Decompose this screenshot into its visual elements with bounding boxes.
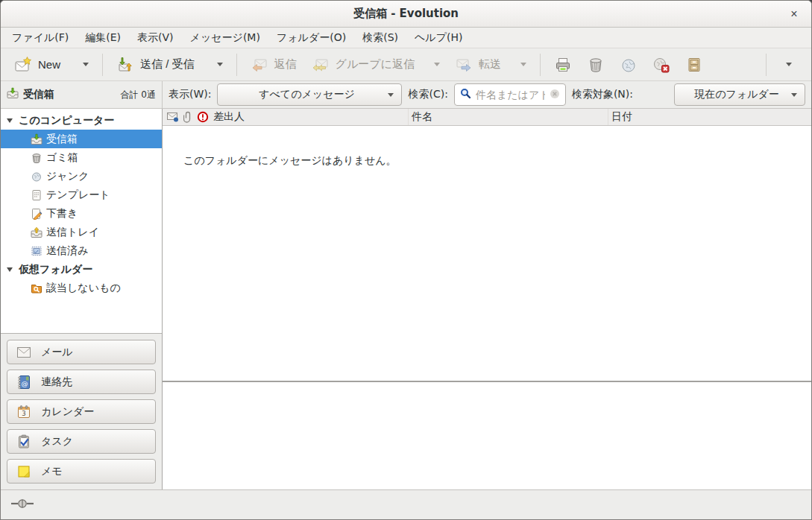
column-header-subject[interactable]: 件名 — [409, 109, 608, 125]
reply-button[interactable]: 返信 — [243, 52, 304, 77]
column-header-date[interactable]: 日付 — [608, 109, 811, 125]
folder-item-label: 送信トレイ — [46, 226, 99, 239]
folder-item-unmatched[interactable]: 該当しないもの — [1, 279, 162, 297]
sent-icon — [31, 245, 43, 257]
expander-icon[interactable] — [7, 267, 13, 272]
menu-folder[interactable]: フォルダー(O) — [268, 28, 354, 48]
current-folder-info: 受信箱 合計 0通 — [1, 81, 163, 108]
search-icon — [460, 88, 471, 102]
toolbar-overflow-arrow-icon — [786, 63, 792, 66]
search-folder-icon — [31, 282, 43, 294]
search-label: 検索(C): — [408, 88, 447, 101]
forward-label: 転送 — [479, 57, 501, 72]
search-scope-arrow-icon — [791, 93, 797, 97]
junk-button[interactable] — [612, 52, 645, 77]
new-dropdown-arrow-icon — [83, 63, 89, 66]
inbox-icon — [31, 133, 43, 145]
trash-icon — [31, 152, 43, 164]
forward-dropdown-arrow-icon — [520, 63, 526, 66]
send-receive-button[interactable]: 送信 / 受信 — [109, 52, 230, 77]
folder-item-inbox[interactable]: 受信箱 — [1, 130, 162, 148]
search-scope-combo[interactable]: 現在のフォルダー — [674, 83, 805, 106]
menubar: ファイル(F) 編集(E) 表示(V) メッセージ(M) フォルダー(O) 検索… — [1, 28, 811, 48]
message-list-header: 差出人 件名 日付 — [163, 109, 811, 126]
content-area: このコンピューター 受信箱 — [1, 109, 811, 489]
new-message-button[interactable]: New — [7, 52, 96, 77]
svg-text:3: 3 — [22, 409, 25, 416]
menu-message[interactable]: メッセージ(M) — [182, 28, 268, 48]
tree-group-search-folders[interactable]: 仮想フォルダー — [1, 260, 162, 279]
toolbar: New 送信 / 受信 — [1, 48, 811, 81]
preview-pane — [163, 381, 811, 489]
close-button[interactable]: × — [786, 6, 802, 22]
calendar-icon: 3 — [16, 405, 31, 419]
tree-group-label: このコンピューター — [19, 114, 114, 127]
attachment-icon[interactable] — [180, 111, 195, 123]
online-plug-icon — [11, 498, 34, 511]
forward-button[interactable]: 転送 — [447, 52, 534, 77]
switcher-memos-button[interactable]: メモ — [7, 459, 156, 483]
menu-search[interactable]: 検索(S) — [354, 28, 406, 48]
search-scope-value: 現在のフォルダー — [682, 88, 791, 101]
print-button[interactable] — [547, 52, 579, 77]
toolbar-separator — [766, 54, 767, 76]
toolbar-separator — [236, 54, 237, 76]
show-filter-arrow-icon — [388, 93, 394, 97]
message-total-count: 合計 0通 — [121, 89, 156, 101]
clear-search-icon[interactable] — [550, 88, 560, 102]
priority-icon[interactable] — [195, 111, 210, 123]
send-receive-label: 送信 / 受信 — [140, 57, 195, 72]
menu-file[interactable]: ファイル(F) — [4, 28, 77, 48]
switcher-label: メモ — [41, 465, 63, 478]
junk-icon — [31, 171, 43, 183]
folder-item-outbox[interactable]: 送信トレイ — [1, 223, 162, 241]
folder-item-trash[interactable]: ゴミ箱 — [1, 148, 162, 167]
reply-label: 返信 — [274, 57, 297, 72]
current-folder-name: 受信箱 — [23, 88, 54, 101]
titlebar: 受信箱 - Evolution × — [1, 1, 811, 28]
switcher-mail-button[interactable]: メール — [7, 340, 156, 364]
expander-icon[interactable] — [7, 118, 13, 123]
online-status-button[interactable] — [11, 498, 34, 511]
group-reply-icon — [312, 56, 330, 74]
switcher-label: メール — [41, 346, 73, 359]
folder-item-junk[interactable]: ジャンク — [1, 167, 162, 186]
folder-tree: このコンピューター 受信箱 — [1, 109, 162, 334]
message-status-icon[interactable] — [166, 112, 180, 122]
group-reply-button[interactable]: グループに返信 — [304, 52, 447, 77]
toolbar-overflow-button[interactable] — [772, 52, 805, 77]
folder-item-label: 下書き — [46, 207, 78, 221]
toolbar-separator — [102, 54, 103, 76]
filter-bar: 受信箱 合計 0通 表示(W): すべてのメッセージ 検索(C): — [1, 81, 811, 109]
column-header-from[interactable]: 差出人 — [210, 109, 409, 125]
not-junk-button[interactable] — [645, 52, 678, 77]
folder-item-sent[interactable]: 送信済み — [1, 241, 162, 260]
group-reply-dropdown-arrow-icon — [434, 63, 440, 66]
new-message-label: New — [38, 58, 60, 71]
folder-item-label: 該当しないもの — [46, 282, 121, 295]
folder-item-templates[interactable]: テンプレート — [1, 186, 162, 204]
reply-icon — [251, 56, 268, 74]
search-input[interactable] — [476, 89, 545, 101]
archive-button[interactable] — [678, 52, 711, 77]
tree-group-this-computer[interactable]: このコンピューター — [1, 111, 162, 130]
show-filter-value: すべてのメッセージ — [225, 88, 388, 101]
main-pane: 差出人 件名 日付 このフォルダーにメッセージはありません。 — [163, 109, 811, 489]
folder-item-drafts[interactable]: 下書き — [1, 204, 162, 223]
switcher-tasks-button[interactable]: タスク — [7, 429, 156, 454]
menu-edit[interactable]: 編集(E) — [77, 28, 129, 48]
archive-icon — [685, 56, 703, 74]
folder-item-label: ジャンク — [46, 170, 89, 183]
folder-item-label: テンプレート — [46, 188, 110, 202]
delete-button[interactable] — [579, 52, 612, 77]
menu-help[interactable]: ヘルプ(H) — [406, 28, 470, 48]
switcher-contacts-button[interactable]: @ 連絡先 — [7, 370, 156, 394]
menu-view[interactable]: 表示(V) — [129, 28, 182, 48]
template-icon — [31, 189, 43, 201]
show-filter-combo[interactable]: すべてのメッセージ — [217, 83, 402, 106]
switcher-calendar-button[interactable]: 3 カレンダー — [7, 399, 156, 424]
forward-icon — [455, 56, 473, 74]
toolbar-separator — [540, 54, 541, 76]
not-junk-icon — [652, 56, 670, 74]
search-scope-label: 検索対象(N): — [572, 88, 633, 101]
